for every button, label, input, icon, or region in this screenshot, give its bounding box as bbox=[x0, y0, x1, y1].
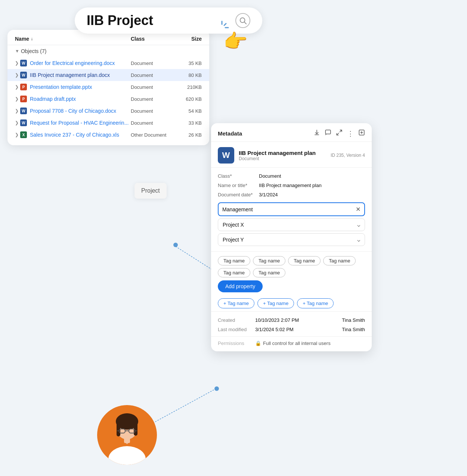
file-name-cell: W IIB Project management plan.docx bbox=[20, 72, 131, 78]
modified-row: Last modified 3/1/2024 5:02 PM Tina Smit… bbox=[218, 325, 365, 334]
file-row[interactable]: ❯ P Roadmap draft.pptx Document 620 KB bbox=[7, 93, 209, 105]
document-id-version: ID 235, Version 4 bbox=[331, 153, 365, 158]
file-row[interactable]: ❯ W Request for Proposal - HVAC Engineer… bbox=[7, 117, 209, 129]
tags-row: Tag nameTag nameTag nameTag nameTag name… bbox=[218, 256, 365, 277]
page-title: IIB Project bbox=[87, 13, 153, 28]
file-name: Sales Invoice 237 - City of Chicago.xls bbox=[30, 132, 119, 138]
svg-rect-13 bbox=[117, 421, 120, 436]
file-name: Roadmap draft.pptx bbox=[30, 96, 76, 102]
project-dropdown-y[interactable]: Project Y ⌵ bbox=[218, 233, 365, 246]
chevron-down-icon-2: ⌵ bbox=[357, 237, 360, 243]
field-name-title: Name or title* IIB Project management pl… bbox=[218, 181, 365, 190]
row-chevron-icon: ❯ bbox=[15, 120, 19, 125]
row-chevron-icon: ❯ bbox=[15, 96, 19, 102]
project-clear-icon[interactable]: ✕ bbox=[356, 206, 361, 213]
file-class: Document bbox=[131, 108, 176, 114]
file-row[interactable]: ❯ W Order for Electrical engineering.doc… bbox=[7, 57, 209, 69]
file-size: 54 KB bbox=[176, 108, 202, 114]
modified-label: Last modified bbox=[218, 327, 255, 332]
row-chevron-icon: ❯ bbox=[15, 60, 19, 66]
download-icon[interactable] bbox=[313, 129, 320, 138]
field-class: Class* Document bbox=[218, 171, 365, 181]
file-name: Order for Electrical engineering.docx bbox=[30, 60, 115, 66]
file-row[interactable]: ❯ P Presentation template.pptx Document … bbox=[7, 81, 209, 93]
document-icon: W bbox=[218, 147, 234, 164]
comment-icon[interactable] bbox=[325, 129, 331, 138]
add-tag-chip[interactable]: + Tag name bbox=[218, 298, 254, 308]
column-name[interactable]: Name ↓ bbox=[15, 36, 131, 42]
created-row: Created 10/10/2023 2:07 PM Tina Smith bbox=[218, 315, 365, 325]
connector-dot-top bbox=[173, 243, 178, 247]
file-browser-panel: Name ↓ Class Size ▼ Objects (7) ❯ W Orde… bbox=[7, 30, 209, 145]
cursor-hand-icon: 👉 bbox=[223, 30, 248, 53]
add-tag-chip[interactable]: + Tag name bbox=[297, 298, 334, 308]
created-label: Created bbox=[218, 317, 255, 323]
add-icon[interactable] bbox=[358, 129, 365, 138]
project-search-field[interactable]: ✕ bbox=[218, 202, 365, 216]
file-name-cell: W Request for Proposal - HVAC Engineerin… bbox=[20, 119, 131, 126]
chevron-down-icon: ⌵ bbox=[357, 222, 360, 228]
connector-dot-bottom bbox=[214, 386, 219, 391]
tag-chip[interactable]: Tag name bbox=[288, 256, 321, 265]
file-name-cell: P Presentation template.pptx bbox=[20, 84, 131, 90]
sort-arrow-icon: ↓ bbox=[31, 36, 33, 41]
file-name-cell: W Proposal 7708 - City of Chicago.docx bbox=[20, 108, 131, 114]
file-row[interactable]: ❯ W Proposal 7708 - City of Chicago.docx… bbox=[7, 105, 209, 117]
add-property-button[interactable]: Add property bbox=[218, 280, 263, 292]
file-type-icon: W bbox=[20, 108, 27, 114]
column-size: Size bbox=[176, 36, 202, 42]
more-icon[interactable]: ⋮ bbox=[347, 130, 354, 138]
tag-chip[interactable]: Tag name bbox=[323, 256, 356, 265]
tag-chip[interactable]: Tag name bbox=[253, 268, 285, 277]
file-type-icon: W bbox=[20, 72, 27, 78]
project-label-tooltip: Project bbox=[134, 183, 167, 199]
project-search-input[interactable] bbox=[222, 206, 356, 212]
tag-chip[interactable]: Tag name bbox=[253, 256, 285, 265]
created-modified-section: Created 10/10/2023 2:07 PM Tina Smith La… bbox=[211, 312, 372, 337]
permissions-label: Permissions bbox=[218, 340, 255, 346]
row-chevron-icon: ❯ bbox=[15, 72, 19, 78]
file-name: Presentation template.pptx bbox=[30, 84, 92, 90]
modified-user: Tina Smith bbox=[342, 327, 365, 332]
document-subtitle: Document bbox=[239, 156, 316, 161]
file-row[interactable]: ❯ X Sales Invoice 237 - City of Chicago.… bbox=[7, 129, 209, 141]
row-chevron-icon: ❯ bbox=[15, 132, 19, 137]
tag-chip[interactable]: Tag name bbox=[218, 268, 250, 277]
row-chevron-icon: ❯ bbox=[15, 84, 19, 90]
file-group-objects[interactable]: ▼ Objects (7) bbox=[7, 45, 209, 57]
tags-section: Tag nameTag nameTag nameTag nameTag name… bbox=[211, 252, 372, 312]
lock-icon: 🔒 bbox=[255, 340, 261, 346]
permissions-value: 🔒 Full control for all internal users bbox=[255, 340, 331, 346]
project-field-section: ✕ Project X ⌵ Project Y ⌵ bbox=[211, 202, 372, 252]
svg-rect-7 bbox=[325, 130, 331, 134]
file-size: 80 KB bbox=[176, 72, 202, 78]
column-class: Class bbox=[131, 36, 176, 42]
file-type-icon: W bbox=[20, 119, 27, 126]
file-name-cell: W Order for Electrical engineering.docx bbox=[20, 60, 131, 66]
search-button[interactable] bbox=[235, 13, 250, 28]
svg-point-15 bbox=[108, 446, 146, 465]
meta-fields: Class* Document Name or title* IIB Proje… bbox=[211, 168, 372, 202]
metadata-header: Metadata ⋮ bbox=[211, 123, 372, 142]
file-class: Document bbox=[131, 84, 176, 90]
avatar bbox=[97, 405, 157, 465]
file-type-icon: X bbox=[20, 131, 27, 138]
file-size: 33 KB bbox=[176, 120, 202, 126]
file-size: 210KB bbox=[176, 84, 202, 90]
permissions-section: Permissions 🔒 Full control for all inter… bbox=[211, 337, 372, 351]
metadata-title: Metadata bbox=[218, 130, 242, 137]
file-type-icon: W bbox=[20, 60, 27, 66]
file-row[interactable]: ❯ W IIB Project management plan.docx Doc… bbox=[7, 69, 209, 81]
file-name: Proposal 7708 - City of Chicago.docx bbox=[30, 108, 116, 114]
created-user: Tina Smith bbox=[342, 317, 365, 323]
project-dropdown-x[interactable]: Project X ⌵ bbox=[218, 218, 365, 231]
file-name-cell: X Sales Invoice 237 - City of Chicago.xl… bbox=[20, 131, 131, 138]
modified-date: 3/1/2024 5:02 PM bbox=[255, 327, 342, 332]
tag-add-row: + Tag name+ Tag name+ Tag name bbox=[218, 298, 365, 308]
tag-chip[interactable]: Tag name bbox=[218, 256, 250, 265]
field-document-date: Document date* 3/1/2024 bbox=[218, 190, 365, 199]
add-tag-chip[interactable]: + Tag name bbox=[257, 298, 294, 308]
file-class: Other Document bbox=[131, 132, 176, 138]
expand-icon[interactable] bbox=[336, 129, 343, 138]
file-class: Document bbox=[131, 120, 176, 126]
